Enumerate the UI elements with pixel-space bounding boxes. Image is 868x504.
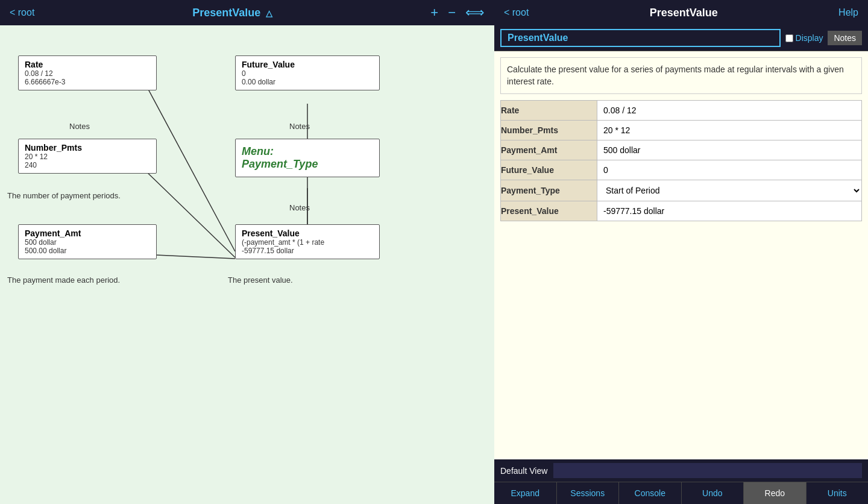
canvas-area: Rate 0.08 / 12 6.666667e-3 Notes Future_…: [0, 25, 494, 504]
form-row-2: Payment_Amt: [501, 140, 862, 160]
form-table: RateNumber_PmtsPayment_AmtFuture_ValuePa…: [500, 100, 862, 221]
rate-node[interactable]: Rate 0.08 / 12 6.666667e-3: [18, 55, 157, 90]
bottom-btn-expand[interactable]: Expand: [494, 482, 557, 504]
payment-amt-node[interactable]: Payment_Amt 500 dollar 500.00 dollar: [18, 224, 157, 259]
minus-button[interactable]: −: [448, 6, 456, 19]
form-label-0: Rate: [501, 101, 597, 121]
bottom-toolbar: ExpandSessionsConsoleUndoRedoUnits: [494, 482, 868, 504]
payment-type-notes: Notes: [289, 203, 310, 212]
form-input-cell-2[interactable]: [597, 140, 862, 160]
form-row-1: Number_Pmts: [501, 121, 862, 140]
present-value-line2: -59777.15 dollar: [242, 247, 373, 255]
add-button[interactable]: +: [430, 6, 438, 19]
default-view-input[interactable]: [553, 463, 862, 478]
future-value-line1: 0: [242, 69, 373, 78]
future-value-line2: 0.00 dollar: [242, 78, 373, 86]
form-row-4: Payment_TypeStart of PeriodEnd of Period: [501, 180, 862, 201]
bottom-btn-sessions[interactable]: Sessions: [557, 482, 620, 504]
form-label-5: Present_Value: [501, 201, 597, 221]
form-input-cell-3[interactable]: [597, 160, 862, 180]
form-input-cell-0[interactable]: [597, 101, 862, 121]
payment-type-menu-label: Menu:: [242, 145, 373, 158]
form-input-0[interactable]: [597, 101, 861, 120]
form-row-5: Present_Value-59777.15 dollar: [501, 201, 862, 221]
func-name-input[interactable]: [500, 29, 781, 47]
bottom-btn-undo[interactable]: Undo: [682, 482, 744, 504]
payment-amt-description: The payment made each period.: [7, 276, 120, 285]
rate-node-line2: 6.666667e-3: [25, 78, 150, 86]
form-label-2: Payment_Amt: [501, 140, 597, 160]
left-title: PresentValue △: [46, 7, 418, 19]
form-result-5: -59777.15 dollar: [597, 201, 861, 221]
display-label: Display: [796, 33, 823, 43]
right-header: < root PresentValue Help: [494, 0, 868, 25]
bottom-btn-units[interactable]: Units: [807, 482, 869, 504]
payment-type-node[interactable]: Menu: Payment_Type: [235, 139, 380, 177]
number-pmts-line2: 240: [25, 161, 150, 169]
future-value-notes: Notes: [289, 122, 310, 131]
form-input-cell-4[interactable]: Start of PeriodEnd of Period: [597, 180, 862, 201]
payment-type-title: Payment_Type: [242, 158, 373, 171]
form-select-4[interactable]: Start of PeriodEnd of Period: [597, 180, 861, 201]
present-value-line1: (-payment_amt * (1 + rate: [242, 238, 373, 247]
right-panel: < root PresentValue Help Display Notes C…: [494, 0, 868, 504]
form-input-2[interactable]: [597, 140, 861, 160]
svg-line-2: [145, 170, 235, 257]
form-label-4: Payment_Type: [501, 180, 597, 201]
rate-notes: Notes: [69, 122, 90, 131]
display-checkbox[interactable]: [785, 34, 793, 42]
form-row-3: Future_Value: [501, 160, 862, 180]
default-view-label: Default View: [500, 466, 547, 476]
svg-line-4: [145, 254, 235, 259]
number-pmts-line1: 20 * 12: [25, 153, 150, 161]
left-root-link[interactable]: < root: [10, 7, 34, 18]
notes-button[interactable]: Notes: [828, 31, 862, 45]
right-title: PresentValue: [541, 7, 826, 19]
bottom-btn-console[interactable]: Console: [619, 482, 682, 504]
expand-button[interactable]: ⟺: [465, 6, 485, 19]
connections-svg: [0, 25, 494, 504]
help-button[interactable]: Help: [838, 7, 858, 18]
rate-node-line1: 0.08 / 12: [25, 69, 150, 78]
form-input-cell-5: -59777.15 dollar: [597, 201, 862, 221]
form-input-cell-1[interactable]: [597, 121, 862, 140]
rate-node-title: Rate: [25, 60, 150, 69]
payment-amt-title: Payment_Amt: [25, 228, 150, 238]
present-value-title: Present_Value: [242, 228, 373, 238]
bottom-btn-redo[interactable]: Redo: [744, 482, 807, 504]
svg-line-0: [145, 83, 235, 251]
form-row-0: Rate: [501, 101, 862, 121]
form-input-3[interactable]: [597, 160, 861, 180]
number-pmts-node[interactable]: Number_Pmts 20 * 12 240: [18, 139, 157, 174]
left-header: < root PresentValue △ + − ⟺: [0, 0, 494, 25]
left-toolbar-icons: + − ⟺: [430, 6, 485, 19]
form-label-1: Number_Pmts: [501, 121, 597, 140]
present-value-node[interactable]: Present_Value (-payment_amt * (1 + rate …: [235, 224, 380, 259]
right-toolbar: Display Notes: [494, 25, 868, 51]
form-label-3: Future_Value: [501, 160, 597, 180]
future-value-node[interactable]: Future_Value 0 0.00 dollar: [235, 55, 380, 90]
right-root-link[interactable]: < root: [504, 7, 529, 18]
left-panel: < root PresentValue △ + − ⟺ Rate 0.08 /: [0, 0, 494, 504]
payment-amt-line1: 500 dollar: [25, 238, 150, 247]
right-content: Calculate the present value for a series…: [494, 51, 868, 459]
number-pmts-description: The number of payment periods.: [7, 191, 121, 200]
right-footer: Default View ExpandSessionsConsoleUndoRe…: [494, 459, 868, 504]
present-value-description: The present value.: [228, 276, 293, 285]
form-input-1[interactable]: [597, 121, 861, 140]
future-value-title: Future_Value: [242, 60, 373, 69]
default-view-row: Default View: [494, 459, 868, 482]
display-check-area: Display: [785, 33, 823, 43]
number-pmts-title: Number_Pmts: [25, 143, 150, 153]
payment-amt-line2: 500.00 dollar: [25, 247, 150, 255]
description-box: Calculate the present value for a series…: [500, 57, 862, 94]
